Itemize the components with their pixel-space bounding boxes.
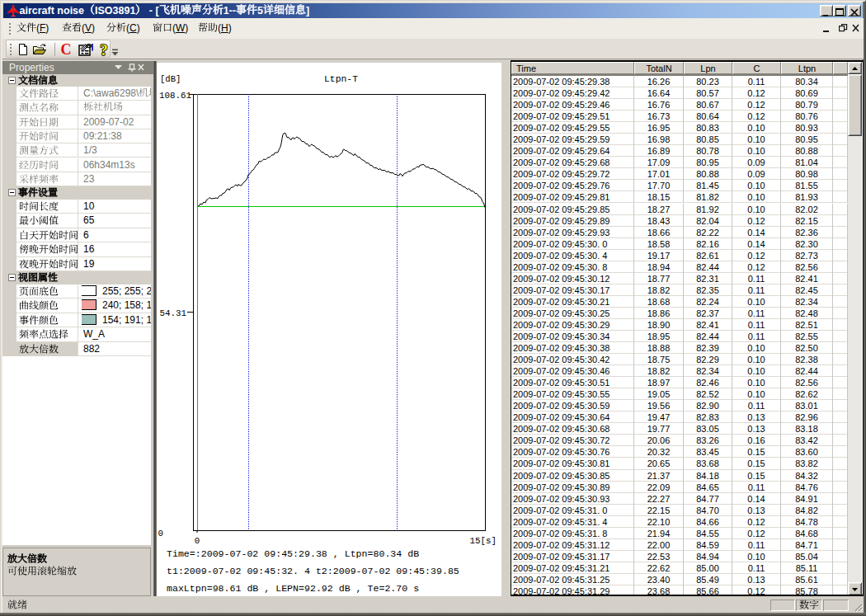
svg-text:15[s]: 15[s] <box>469 536 496 546</box>
svg-text:Ltpn-T: Ltpn-T <box>324 74 358 84</box>
svg-text:[dB]: [dB] <box>160 74 181 84</box>
svg-text:t1:2009-07-02 09:45:32. 4 t2:2: t1:2009-07-02 09:45:32. 4 t2:2009-07-02 … <box>167 566 459 576</box>
svg-text:54.31: 54.31 <box>159 308 186 318</box>
svg-text:0: 0 <box>194 536 199 546</box>
svg-text:maxLtpn=98.61 dB , LEPN=92.92: maxLtpn=98.61 dB , LEPN=92.92 dB , Te=2.… <box>167 583 419 594</box>
svg-text:108.61: 108.61 <box>159 91 191 101</box>
svg-text:?: ? <box>100 42 108 57</box>
svg-text:Time=:2009-07-02 09:45:29.38 ,: Time=:2009-07-02 09:45:29.38 , Ltpn=80.3… <box>167 548 419 559</box>
svg-text:0: 0 <box>158 529 162 538</box>
